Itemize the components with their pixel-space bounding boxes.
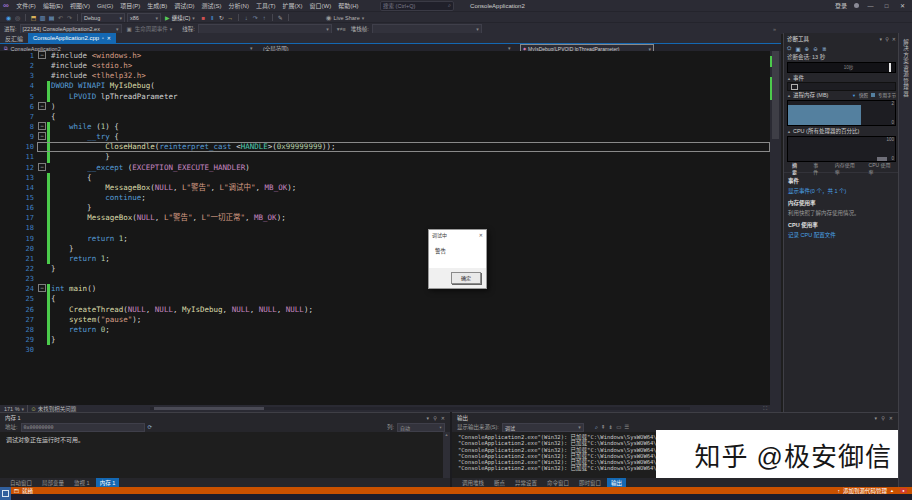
code-line[interactable]: 23	[0, 274, 781, 284]
code-line[interactable]: 18	[0, 223, 781, 233]
undo-icon[interactable]: ↶	[56, 14, 65, 21]
code-line[interactable]: 20 }	[0, 244, 781, 254]
scrollbar-thumb[interactable]	[772, 51, 779, 139]
output-source-dropdown[interactable]: 调试▾	[502, 423, 584, 432]
code-line[interactable]: 16 }	[0, 203, 781, 213]
notification-bell-icon[interactable]: ●	[900, 488, 907, 493]
code-line[interactable]: 25{	[0, 294, 781, 304]
maximize-button[interactable]: □	[882, 3, 891, 9]
platform-dropdown[interactable]: x86▾	[127, 13, 161, 23]
taskbar-app-button[interactable]	[0, 487, 11, 500]
code-line[interactable]: 9− __try {	[0, 132, 781, 142]
split-window-icon[interactable]: ⛶	[763, 405, 767, 412]
code-line[interactable]: 7{	[0, 112, 781, 122]
window-menu-icon[interactable]: ▾	[427, 415, 430, 421]
chevron-up-icon[interactable]: ▲	[890, 488, 894, 493]
menu-item[interactable]: 窗口(W)	[306, 1, 335, 10]
events-section-header[interactable]: ▲ 事件	[784, 74, 899, 82]
window-menu-icon[interactable]: ▾	[880, 36, 883, 42]
record-cpu-profile-link[interactable]: 记录 CPU 配置文件	[784, 229, 899, 239]
event-marker[interactable]	[791, 84, 798, 90]
address-input[interactable]: 0x00000000	[21, 423, 145, 432]
scrollbar-thumb[interactable]	[154, 407, 264, 410]
timeline-ruler[interactable]: 10秒	[787, 62, 896, 73]
menu-item[interactable]: 帮助(H)	[335, 1, 362, 10]
stop-debugging-icon[interactable]: ■	[199, 15, 208, 21]
dialog-title-bar[interactable]: 调试中 ✕	[429, 230, 486, 239]
close-panel-icon[interactable]: ✕	[441, 415, 445, 421]
code-line[interactable]: 22}	[0, 264, 781, 274]
menu-item[interactable]: 调试(D)	[171, 1, 198, 10]
redo-icon[interactable]: ↷	[65, 14, 74, 21]
sign-in-button[interactable]: 登录	[835, 1, 847, 10]
menu-item[interactable]: 文件(F)	[13, 1, 40, 10]
menu-item[interactable]: Git(G)	[93, 3, 116, 9]
step-into-icon[interactable]: ↓	[242, 15, 251, 21]
code-line[interactable]: 27 system("pause");	[0, 315, 781, 325]
clear-all-icon[interactable]: ▭	[616, 424, 621, 430]
pin-icon[interactable]: ▫	[102, 35, 104, 41]
code-line[interactable]: 28 return 0;	[0, 325, 781, 335]
editor-vertical-scrollbar[interactable]	[770, 51, 781, 405]
tab-solution-explorer[interactable]: 解决方案资源管理器	[902, 39, 910, 98]
continue-button[interactable]: ▶ 继续(C) ▾	[165, 14, 195, 22]
code-line[interactable]: 8− while (1) {	[0, 122, 781, 132]
fold-marker-icon[interactable]: −	[37, 163, 47, 173]
cpu-section-header[interactable]: ▲ CPU (所有处理器的百分比)	[784, 127, 899, 135]
zoom-level-dropdown[interactable]: 171 %	[4, 406, 20, 412]
step-out-icon[interactable]: ↑	[260, 15, 269, 21]
save-all-icon[interactable]: ▤	[47, 14, 56, 21]
search-input[interactable]: 搜索 (Ctrl+Q) ⌕	[380, 1, 454, 11]
open-folder-icon[interactable]: ⬒	[29, 14, 38, 21]
ok-button[interactable]: 确定	[451, 272, 481, 284]
menu-item[interactable]: 视图(V)	[66, 1, 93, 10]
code-line[interactable]: 5 LPVOID lpThreadParameter	[0, 92, 781, 102]
menu-item[interactable]: 扩展(X)	[279, 1, 306, 10]
break-all-icon[interactable]: ‖	[208, 15, 217, 21]
list-icon[interactable]: ≡	[343, 26, 346, 32]
tab-disassembly[interactable]: 反汇编	[0, 33, 28, 43]
editor-horizontal-scrollbar[interactable]	[150, 407, 690, 410]
code-line[interactable]: 12− __except (EXCEPTION_EXECUTE_HANDLER)	[0, 163, 781, 173]
code-editor[interactable]: 1−#include <windows.h>2#include <stdio.h…	[0, 51, 781, 405]
code-line[interactable]: 21 return 1;	[0, 254, 781, 264]
columns-dropdown[interactable]: 自动▾	[397, 423, 445, 432]
overflow-chevron-icon[interactable]: »	[773, 26, 776, 32]
windows-taskbar[interactable]	[0, 494, 912, 500]
code-line[interactable]: 29}	[0, 335, 781, 345]
code-line[interactable]: 14 MessageBox(NULL, L"警告", L"调试中", MB_OK…	[0, 183, 781, 193]
code-line[interactable]: 24−int main()	[0, 284, 781, 294]
memory-content[interactable]: 调试对象正在运行时不可用。 ▲	[0, 432, 450, 478]
snapshot-icon[interactable]: ▣	[795, 46, 800, 52]
code-line[interactable]: 30	[0, 345, 781, 355]
fold-marker-icon[interactable]: −	[37, 102, 47, 112]
restart-icon[interactable]: ↻	[217, 14, 226, 21]
code-line[interactable]: 15 continue;	[0, 193, 781, 203]
go-to-previous-icon[interactable]: ⇞	[601, 424, 606, 430]
save-icon[interactable]: ▥	[38, 14, 47, 21]
dialog-close-icon[interactable]: ✕	[479, 232, 483, 238]
window-menu-icon[interactable]: ▾	[875, 415, 878, 421]
menu-item[interactable]: 生成(B)	[144, 1, 171, 10]
code-line[interactable]: 6−)	[0, 102, 781, 112]
zoom-in-icon[interactable]: ⊕	[805, 46, 810, 52]
code-line[interactable]: 11 }	[0, 152, 781, 162]
thread-dropdown[interactable]: ▾	[198, 24, 332, 34]
fold-marker-icon[interactable]: −	[37, 122, 47, 132]
pin-icon[interactable]: ⚲	[881, 415, 885, 421]
memory-section-header[interactable]: ▲ 进程内存 (MB) ▼ 快照 专用字节	[784, 91, 899, 99]
close-tab-icon[interactable]: ✕	[107, 35, 111, 41]
edit-icon[interactable]: ✎	[276, 14, 285, 21]
code-line[interactable]: 4DWORD WINAPI MyIsDebug(	[0, 81, 781, 91]
reset-view-icon[interactable]: 🗎	[822, 46, 828, 52]
menu-item[interactable]: 项目(P)	[117, 1, 144, 10]
word-wrap-icon[interactable]: ☰	[624, 424, 629, 430]
pin-icon[interactable]: ⚲	[433, 415, 437, 421]
code-line[interactable]: 10 CloseHandle(reinterpret_cast <HANDLE>…	[0, 142, 781, 152]
minimize-button[interactable]: —	[866, 3, 875, 9]
health-indicator-icon[interactable]: ⊙	[31, 406, 36, 412]
navigate-forward-icon[interactable]: ◎	[13, 14, 22, 21]
code-line[interactable]: 1−#include <windows.h>	[0, 51, 781, 61]
configuration-dropdown[interactable]: Debug▾	[81, 13, 125, 23]
find-message-icon[interactable]: ⌕	[595, 424, 598, 431]
